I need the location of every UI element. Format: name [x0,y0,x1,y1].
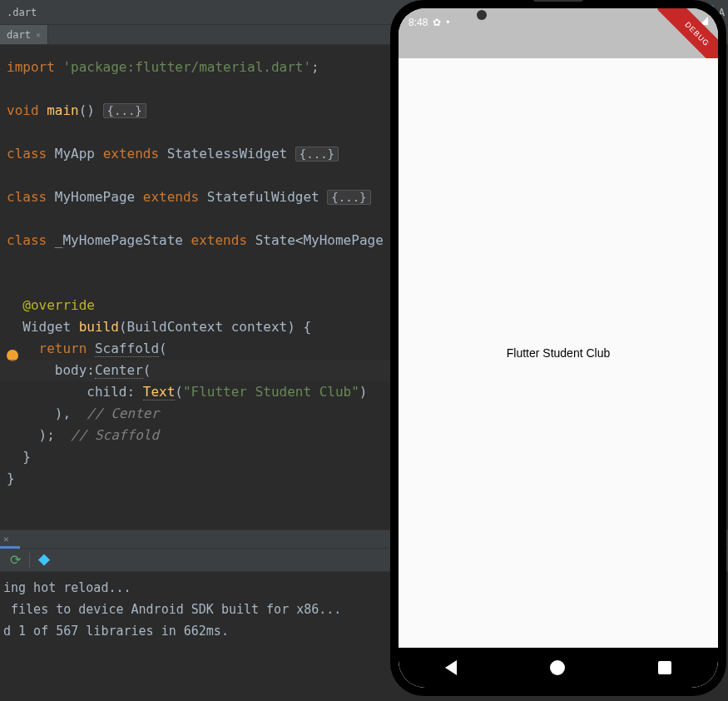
dart-icon[interactable] [38,554,50,566]
phone-speaker [533,0,583,2]
file-tab-label: dart [7,29,31,41]
home-button[interactable] [550,660,565,675]
back-button[interactable] [445,660,457,675]
fold-marker[interactable]: {...} [327,190,370,205]
app-body: Flutter Student Club [399,58,718,648]
android-nav-bar [399,648,718,688]
phone-camera [477,10,487,20]
hot-reload-icon[interactable]: ⟳ [10,552,21,568]
top-tab-file[interactable]: .dart [0,3,43,22]
active-tab-indicator [0,546,20,549]
status-time: 8:48 [409,17,428,28]
dot-icon: • [446,17,449,28]
close-icon[interactable]: ✕ [36,30,41,39]
fold-marker[interactable]: {...} [295,147,339,162]
close-icon[interactable]: ✕ [3,534,9,544]
gear-icon: ✿ [433,17,441,28]
file-tab-active[interactable]: dart ✕ [0,25,48,44]
emulator-frame: 8:48 ✿ • DEBUG Flutter Student Club [390,0,726,696]
fold-marker[interactable]: {...} [103,103,146,118]
app-center-text: Flutter Student Club [507,346,611,360]
overview-button[interactable] [658,661,671,674]
divider [29,553,30,568]
emulator-screen[interactable]: 8:48 ✿ • DEBUG Flutter Student Club [399,8,718,688]
